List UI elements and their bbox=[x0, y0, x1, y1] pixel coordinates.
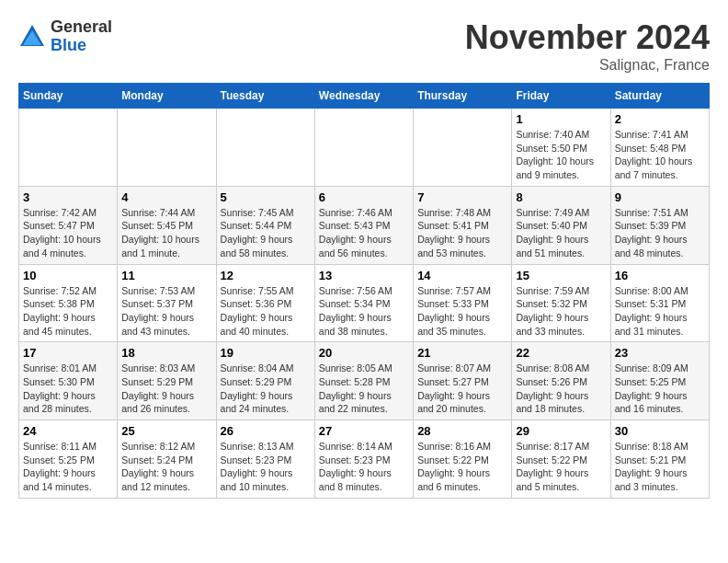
day-number: 24 bbox=[23, 424, 113, 438]
day-info: Sunrise: 7:56 AM Sunset: 5:34 PM Dayligh… bbox=[319, 284, 409, 339]
title-block: November 2024 Salignac, France bbox=[465, 18, 710, 74]
calendar-cell bbox=[118, 109, 216, 187]
day-number: 8 bbox=[516, 190, 606, 204]
logo-text: General Blue bbox=[51, 18, 112, 55]
day-info: Sunrise: 8:12 AM Sunset: 5:24 PM Dayligh… bbox=[121, 440, 211, 494]
day-info: Sunrise: 8:00 AM Sunset: 5:31 PM Dayligh… bbox=[615, 284, 705, 339]
day-number: 23 bbox=[615, 346, 705, 360]
day-number: 26 bbox=[221, 424, 311, 438]
day-info: Sunrise: 7:57 AM Sunset: 5:33 PM Dayligh… bbox=[417, 284, 507, 339]
calendar-cell: 11Sunrise: 7:53 AM Sunset: 5:37 PM Dayli… bbox=[118, 264, 216, 342]
day-number: 27 bbox=[319, 424, 409, 438]
weekday-header: Friday bbox=[512, 84, 610, 109]
day-number: 20 bbox=[319, 346, 409, 360]
calendar-cell bbox=[19, 109, 118, 187]
calendar-cell: 16Sunrise: 8:00 AM Sunset: 5:31 PM Dayli… bbox=[610, 264, 709, 342]
calendar-week-row: 3Sunrise: 7:42 AM Sunset: 5:47 PM Daylig… bbox=[19, 186, 710, 264]
calendar: SundayMondayTuesdayWednesdayThursdayFrid… bbox=[18, 83, 710, 499]
calendar-cell: 6Sunrise: 7:46 AM Sunset: 5:43 PM Daylig… bbox=[314, 186, 413, 264]
calendar-cell: 2Sunrise: 7:41 AM Sunset: 5:48 PM Daylig… bbox=[610, 109, 709, 187]
day-number: 22 bbox=[516, 346, 606, 360]
day-number: 5 bbox=[221, 190, 311, 204]
day-info: Sunrise: 8:11 AM Sunset: 5:25 PM Dayligh… bbox=[23, 440, 113, 494]
calendar-cell: 23Sunrise: 8:09 AM Sunset: 5:25 PM Dayli… bbox=[610, 342, 709, 420]
day-number: 19 bbox=[221, 346, 311, 360]
calendar-cell: 1Sunrise: 7:40 AM Sunset: 5:50 PM Daylig… bbox=[512, 109, 610, 187]
calendar-cell: 29Sunrise: 8:17 AM Sunset: 5:22 PM Dayli… bbox=[512, 420, 610, 499]
calendar-cell: 7Sunrise: 7:48 AM Sunset: 5:41 PM Daylig… bbox=[414, 186, 512, 264]
day-number: 21 bbox=[417, 346, 507, 360]
day-number: 29 bbox=[516, 424, 606, 438]
day-info: Sunrise: 8:01 AM Sunset: 5:30 PM Dayligh… bbox=[23, 362, 113, 416]
calendar-cell: 28Sunrise: 8:16 AM Sunset: 5:22 PM Dayli… bbox=[414, 420, 512, 499]
day-number: 12 bbox=[221, 269, 311, 282]
day-info: Sunrise: 7:49 AM Sunset: 5:40 PM Dayligh… bbox=[516, 206, 606, 260]
day-info: Sunrise: 8:07 AM Sunset: 5:27 PM Dayligh… bbox=[417, 362, 507, 416]
day-info: Sunrise: 8:05 AM Sunset: 5:28 PM Dayligh… bbox=[319, 362, 409, 416]
day-info: Sunrise: 8:14 AM Sunset: 5:23 PM Dayligh… bbox=[319, 440, 409, 494]
day-info: Sunrise: 8:17 AM Sunset: 5:22 PM Dayligh… bbox=[516, 440, 606, 494]
calendar-cell: 17Sunrise: 8:01 AM Sunset: 5:30 PM Dayli… bbox=[19, 342, 118, 420]
calendar-cell: 19Sunrise: 8:04 AM Sunset: 5:29 PM Dayli… bbox=[216, 342, 314, 420]
calendar-cell bbox=[414, 109, 512, 187]
day-info: Sunrise: 8:16 AM Sunset: 5:22 PM Dayligh… bbox=[417, 440, 507, 494]
calendar-week-row: 24Sunrise: 8:11 AM Sunset: 5:25 PM Dayli… bbox=[19, 420, 710, 499]
day-number: 30 bbox=[615, 424, 705, 438]
weekday-header: Wednesday bbox=[314, 84, 413, 109]
calendar-week-row: 17Sunrise: 8:01 AM Sunset: 5:30 PM Dayli… bbox=[19, 342, 710, 420]
day-info: Sunrise: 7:42 AM Sunset: 5:47 PM Dayligh… bbox=[23, 206, 113, 260]
day-info: Sunrise: 7:40 AM Sunset: 5:50 PM Dayligh… bbox=[516, 128, 606, 182]
calendar-header-row: SundayMondayTuesdayWednesdayThursdayFrid… bbox=[19, 84, 710, 109]
day-number: 14 bbox=[417, 269, 507, 282]
calendar-cell: 10Sunrise: 7:52 AM Sunset: 5:38 PM Dayli… bbox=[19, 264, 118, 342]
logo-blue: Blue bbox=[51, 37, 112, 55]
day-number: 1 bbox=[516, 112, 606, 126]
day-info: Sunrise: 7:52 AM Sunset: 5:38 PM Dayligh… bbox=[23, 284, 113, 339]
day-number: 7 bbox=[417, 190, 507, 204]
day-number: 16 bbox=[615, 269, 705, 282]
calendar-cell: 15Sunrise: 7:59 AM Sunset: 5:32 PM Dayli… bbox=[512, 264, 610, 342]
weekday-header: Saturday bbox=[610, 84, 709, 109]
day-info: Sunrise: 8:13 AM Sunset: 5:23 PM Dayligh… bbox=[221, 440, 311, 494]
day-info: Sunrise: 7:59 AM Sunset: 5:32 PM Dayligh… bbox=[516, 284, 606, 339]
calendar-cell: 14Sunrise: 7:57 AM Sunset: 5:33 PM Dayli… bbox=[414, 264, 512, 342]
calendar-cell: 25Sunrise: 8:12 AM Sunset: 5:24 PM Dayli… bbox=[118, 420, 216, 499]
calendar-cell: 22Sunrise: 8:08 AM Sunset: 5:26 PM Dayli… bbox=[512, 342, 610, 420]
calendar-cell: 3Sunrise: 7:42 AM Sunset: 5:47 PM Daylig… bbox=[19, 186, 118, 264]
calendar-cell: 30Sunrise: 8:18 AM Sunset: 5:21 PM Dayli… bbox=[610, 420, 709, 499]
day-info: Sunrise: 8:08 AM Sunset: 5:26 PM Dayligh… bbox=[516, 362, 606, 416]
day-info: Sunrise: 7:51 AM Sunset: 5:39 PM Dayligh… bbox=[615, 206, 705, 260]
logo-icon bbox=[18, 23, 46, 51]
calendar-cell: 18Sunrise: 8:03 AM Sunset: 5:29 PM Dayli… bbox=[118, 342, 216, 420]
page-header: General Blue November 2024 Salignac, Fra… bbox=[18, 18, 710, 74]
day-info: Sunrise: 7:46 AM Sunset: 5:43 PM Dayligh… bbox=[319, 206, 409, 260]
calendar-cell: 12Sunrise: 7:55 AM Sunset: 5:36 PM Dayli… bbox=[216, 264, 314, 342]
location: Salignac, France bbox=[465, 57, 710, 74]
day-number: 18 bbox=[121, 346, 211, 360]
weekday-header: Monday bbox=[118, 84, 216, 109]
calendar-cell: 4Sunrise: 7:44 AM Sunset: 5:45 PM Daylig… bbox=[118, 186, 216, 264]
day-number: 6 bbox=[319, 190, 409, 204]
day-number: 17 bbox=[23, 346, 113, 360]
calendar-cell: 20Sunrise: 8:05 AM Sunset: 5:28 PM Dayli… bbox=[314, 342, 413, 420]
weekday-header: Sunday bbox=[19, 84, 118, 109]
day-number: 2 bbox=[615, 112, 705, 126]
calendar-cell: 27Sunrise: 8:14 AM Sunset: 5:23 PM Dayli… bbox=[314, 420, 413, 499]
calendar-cell: 9Sunrise: 7:51 AM Sunset: 5:39 PM Daylig… bbox=[610, 186, 709, 264]
calendar-cell: 5Sunrise: 7:45 AM Sunset: 5:44 PM Daylig… bbox=[216, 186, 314, 264]
weekday-header: Thursday bbox=[414, 84, 512, 109]
calendar-cell: 24Sunrise: 8:11 AM Sunset: 5:25 PM Dayli… bbox=[19, 420, 118, 499]
month-title: November 2024 bbox=[465, 18, 710, 57]
day-number: 10 bbox=[23, 269, 113, 282]
day-number: 11 bbox=[121, 269, 211, 282]
logo: General Blue bbox=[18, 18, 112, 55]
calendar-cell: 26Sunrise: 8:13 AM Sunset: 5:23 PM Dayli… bbox=[216, 420, 314, 499]
calendar-week-row: 10Sunrise: 7:52 AM Sunset: 5:38 PM Dayli… bbox=[19, 264, 710, 342]
day-number: 25 bbox=[121, 424, 211, 438]
calendar-cell: 13Sunrise: 7:56 AM Sunset: 5:34 PM Dayli… bbox=[314, 264, 413, 342]
weekday-header: Tuesday bbox=[216, 84, 314, 109]
day-number: 13 bbox=[319, 269, 409, 282]
day-number: 3 bbox=[23, 190, 113, 204]
day-info: Sunrise: 8:18 AM Sunset: 5:21 PM Dayligh… bbox=[615, 440, 705, 494]
logo-general: General bbox=[51, 18, 112, 37]
